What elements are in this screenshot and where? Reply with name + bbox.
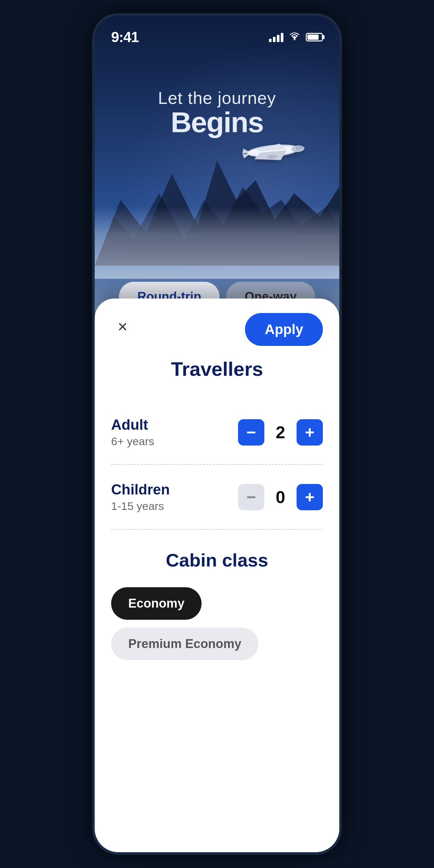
modal-title: Travellers <box>111 358 323 380</box>
close-button[interactable]: × <box>111 315 134 338</box>
adult-increase-button[interactable]: + <box>297 419 323 445</box>
premium-economy-button[interactable]: Premium Economy <box>111 628 258 660</box>
adult-count: 2 <box>272 423 289 442</box>
adult-counter: − 2 + <box>238 419 323 445</box>
wifi-icon <box>289 32 301 43</box>
status-bar: 9:41 <box>95 16 339 49</box>
travellers-modal: × Apply Travellers Adult 6+ years − 2 + <box>95 299 339 852</box>
status-time: 9:41 <box>111 29 139 45</box>
children-counter: − 0 + <box>238 484 323 510</box>
signal-icon <box>269 32 283 42</box>
adult-age-range: 6+ years <box>111 435 238 448</box>
hero-title: Begins <box>95 108 339 137</box>
children-count: 0 <box>272 487 289 507</box>
svg-point-0 <box>294 38 296 40</box>
hero-section: Let the journey Begins Round-trip One-wa… <box>95 16 339 332</box>
children-age-range: 1-15 years <box>111 500 238 513</box>
cabin-class-section: Cabin class Economy Premium Economy <box>111 549 323 660</box>
children-row: Children 1-15 years − 0 + <box>111 465 323 530</box>
children-info: Children 1-15 years <box>111 482 238 513</box>
children-label: Children <box>111 482 238 498</box>
cabin-class-title: Cabin class <box>111 549 323 571</box>
svg-marker-9 <box>242 154 249 158</box>
apply-button[interactable]: Apply <box>245 313 323 346</box>
phone-frame: 9:41 <box>92 13 342 855</box>
children-decrease-button[interactable]: − <box>238 484 265 510</box>
adult-decrease-button[interactable]: − <box>238 419 265 445</box>
adult-label: Adult <box>111 416 238 433</box>
economy-button[interactable]: Economy <box>111 587 202 620</box>
hero-text: Let the journey Begins <box>95 88 339 137</box>
clouds-illustration <box>95 207 339 279</box>
battery-icon <box>306 33 323 41</box>
status-icons <box>269 32 323 43</box>
hero-subtitle: Let the journey <box>95 88 339 108</box>
adult-row: Adult 6+ years − 2 + <box>111 400 323 465</box>
children-increase-button[interactable]: + <box>297 484 323 510</box>
adult-info: Adult 6+ years <box>111 416 238 448</box>
cabin-options: Economy Premium Economy <box>111 587 323 660</box>
